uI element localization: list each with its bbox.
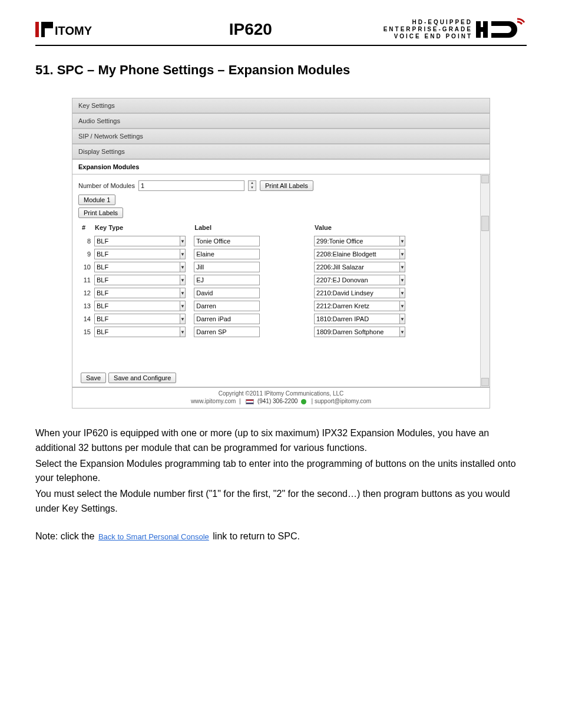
col-label: Label <box>192 223 312 235</box>
module-1-button[interactable]: Module 1 <box>78 195 115 205</box>
num-modules-input[interactable] <box>138 180 244 191</box>
chevron-down-icon[interactable]: ▼ <box>399 288 405 298</box>
tab-sip-network[interactable]: SIP / Network Settings <box>72 129 490 144</box>
hd-tagline-block: HD-EQUIPPED ENTERPRISE-GRADE VOICE END P… <box>384 18 527 41</box>
spinner-down-icon[interactable]: ▼ <box>249 186 256 190</box>
chevron-down-icon[interactable]: ▼ <box>180 275 186 285</box>
tab-expansion-modules[interactable]: Expansion Modules <box>72 159 490 174</box>
print-labels-button[interactable]: Print Labels <box>78 207 123 218</box>
key-type-select[interactable] <box>94 275 180 285</box>
tab-audio-settings[interactable]: Audio Settings <box>72 113 490 129</box>
chevron-down-icon[interactable]: ▼ <box>180 262 186 272</box>
chevron-down-icon[interactable]: ▼ <box>180 236 186 246</box>
footer-phone: (941) 306-2200 <box>257 398 297 404</box>
chevron-down-icon[interactable]: ▼ <box>399 327 405 337</box>
note-suffix: link to return to SPC. <box>213 531 300 541</box>
section-title: 51. SPC – My Phone Settings – Expansion … <box>35 62 527 78</box>
paragraph-3: You must select the Module number first … <box>35 487 527 516</box>
footer-site: www.ipitomy.com <box>191 398 236 404</box>
paragraph-note: Note: click the Back to Smart Personal C… <box>35 529 527 544</box>
table-row: 8▼▼ <box>80 235 473 248</box>
key-type-select[interactable] <box>94 262 180 272</box>
label-input[interactable] <box>194 236 260 246</box>
row-number: 9 <box>80 248 92 261</box>
svg-rect-6 <box>476 27 488 32</box>
table-row: 13▼▼ <box>80 299 473 312</box>
chevron-down-icon[interactable]: ▼ <box>180 301 186 311</box>
body-text: When your IP620 is equipped with one or … <box>35 426 527 544</box>
row-number: 12 <box>80 286 92 299</box>
value-select[interactable] <box>314 301 399 311</box>
chevron-down-icon[interactable]: ▼ <box>180 327 186 337</box>
keys-table: # Key Type Label Value 8▼▼9▼▼10▼▼11▼▼12▼… <box>80 223 473 338</box>
scroll-up-icon[interactable] <box>481 175 489 183</box>
back-to-spc-link[interactable]: Back to Smart Personal Console <box>97 532 210 541</box>
row-number: 11 <box>80 274 92 286</box>
value-select[interactable] <box>314 236 399 246</box>
paragraph-1: When your IP620 is equipped with one or … <box>35 426 527 456</box>
hd-logo-icon <box>476 18 527 41</box>
flag-icon <box>246 399 254 404</box>
hd-tagline-text: HD-EQUIPPED ENTERPRISE-GRADE VOICE END P… <box>384 19 472 40</box>
row-number: 14 <box>80 312 92 325</box>
spinner-up-icon[interactable]: ▲ <box>249 181 256 186</box>
row-number: 15 <box>80 325 92 338</box>
chevron-down-icon[interactable]: ▼ <box>399 236 405 246</box>
key-type-select[interactable] <box>94 236 180 246</box>
settings-panel: Key Settings Audio Settings SIP / Networ… <box>72 98 490 409</box>
value-select[interactable] <box>314 262 399 272</box>
value-select[interactable] <box>314 314 399 324</box>
key-type-select[interactable] <box>94 249 180 259</box>
tab-body: Number of Modules ▲ ▼ Print All Labels M… <box>72 174 490 387</box>
label-input[interactable] <box>194 262 260 272</box>
tab-key-settings[interactable]: Key Settings <box>72 98 490 113</box>
key-type-select[interactable] <box>94 288 180 298</box>
table-row: 14▼▼ <box>80 312 473 325</box>
col-type: Key Type <box>92 223 192 235</box>
num-modules-spinner[interactable]: ▲ ▼ <box>248 180 256 191</box>
chevron-down-icon[interactable]: ▼ <box>399 301 405 311</box>
key-type-select[interactable] <box>94 327 180 337</box>
label-input[interactable] <box>194 327 260 337</box>
value-select[interactable] <box>314 327 399 337</box>
chevron-down-icon[interactable]: ▼ <box>399 249 405 259</box>
chevron-down-icon[interactable]: ▼ <box>180 249 186 259</box>
chevron-down-icon[interactable]: ▼ <box>399 275 405 285</box>
label-input[interactable] <box>194 314 260 324</box>
model-label: IP620 <box>229 20 272 39</box>
footer-copyright: Copyright ©2011 IPitomy Communications, … <box>72 390 490 397</box>
value-select[interactable] <box>314 288 399 298</box>
key-type-select[interactable] <box>94 314 180 324</box>
row-number: 8 <box>80 235 92 248</box>
svg-rect-2 <box>41 22 45 37</box>
ipitomy-logo: ITOMY <box>35 18 118 41</box>
table-row: 15▼▼ <box>80 325 473 338</box>
paragraph-2: Select the Expansion Modules programming… <box>35 457 527 486</box>
save-configure-button[interactable]: Save and Configure <box>108 373 176 383</box>
save-button[interactable]: Save <box>81 373 106 383</box>
label-input[interactable] <box>194 249 260 259</box>
value-select[interactable] <box>314 275 399 285</box>
print-all-labels-button[interactable]: Print All Labels <box>260 180 313 191</box>
scroll-thumb[interactable] <box>481 216 489 231</box>
value-select[interactable] <box>314 249 399 259</box>
panel-footer: Copyright ©2011 IPitomy Communications, … <box>72 387 490 409</box>
chevron-down-icon[interactable]: ▼ <box>180 314 186 324</box>
label-input[interactable] <box>194 288 260 298</box>
row-number: 13 <box>80 299 92 312</box>
col-num: # <box>80 223 92 235</box>
tab-display-settings[interactable]: Display Settings <box>72 144 490 159</box>
key-type-select[interactable] <box>94 301 180 311</box>
page-header: ITOMY IP620 HD-EQUIPPED ENTERPRISE-GRADE… <box>35 18 527 46</box>
chevron-down-icon[interactable]: ▼ <box>180 288 186 298</box>
note-prefix: Note: click the <box>35 531 97 541</box>
row-number: 10 <box>80 261 92 274</box>
col-value: Value <box>312 223 473 235</box>
table-row: 9▼▼ <box>80 248 473 261</box>
label-input[interactable] <box>194 275 260 285</box>
scroll-down-icon[interactable] <box>481 378 489 386</box>
scrollbar[interactable] <box>480 174 490 387</box>
chevron-down-icon[interactable]: ▼ <box>399 262 405 272</box>
chevron-down-icon[interactable]: ▼ <box>399 314 405 324</box>
label-input[interactable] <box>194 301 260 311</box>
